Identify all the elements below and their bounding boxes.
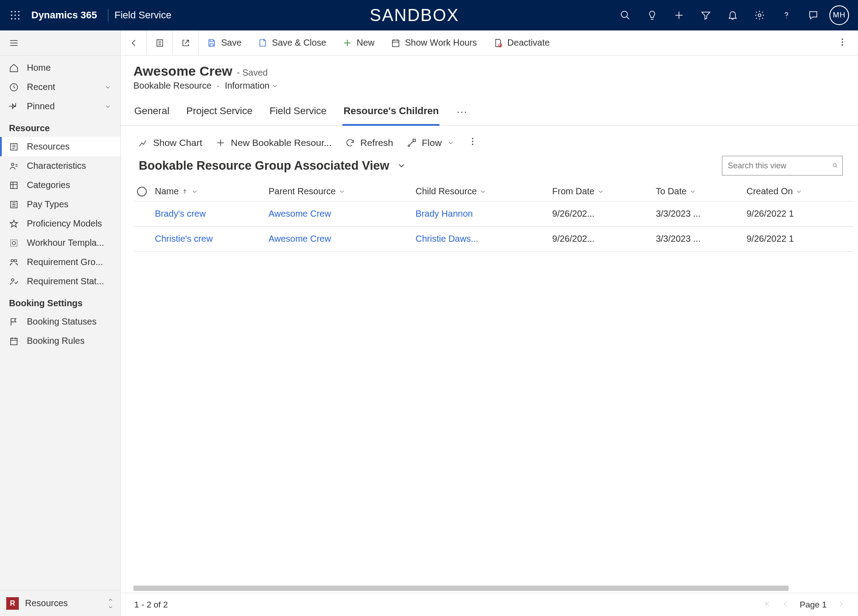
assistant-button[interactable] xyxy=(640,0,665,30)
search-input[interactable] xyxy=(727,161,832,171)
popout-button[interactable] xyxy=(173,30,199,55)
new-bookable-resource-button[interactable]: New Bookable Resour... xyxy=(216,137,332,148)
svg-point-20 xyxy=(12,163,14,166)
nav-recent[interactable]: Recent xyxy=(0,77,120,97)
svg-point-24 xyxy=(12,241,15,244)
horizontal-scrollbar[interactable] xyxy=(133,586,845,591)
show-work-hours-button[interactable]: Show Work Hours xyxy=(383,30,485,55)
tab-project-service[interactable]: Project Service xyxy=(185,101,253,126)
area-switcher[interactable]: R Resources xyxy=(0,590,120,616)
nav-home[interactable]: Home xyxy=(0,58,120,77)
separator: · xyxy=(217,81,220,91)
grid-footer: 1 - 2 of 2 Page 1 xyxy=(121,593,858,616)
nav-pinned[interactable]: Pinned xyxy=(0,97,120,116)
user-avatar[interactable]: MH xyxy=(829,5,849,25)
cell-to: 3/3/2023 ... xyxy=(652,227,743,252)
svg-point-1 xyxy=(14,11,16,12)
view-header: Bookable Resource Group Associated View xyxy=(121,153,858,182)
refresh-label: Refresh xyxy=(360,137,393,148)
cell-child[interactable]: Brady Hannon xyxy=(412,201,549,227)
nav-workhour-templates[interactable]: Workhour Templa... xyxy=(0,233,120,252)
paytypes-icon xyxy=(9,200,19,210)
chevron-down-icon xyxy=(447,139,454,146)
nav-booking-statuses[interactable]: Booking Statuses xyxy=(0,312,120,331)
new-button[interactable]: New xyxy=(334,30,383,55)
cell-name[interactable]: Christie's crew xyxy=(151,227,265,252)
view-selector[interactable]: Bookable Resource Group Associated View xyxy=(136,159,406,173)
search-icon[interactable] xyxy=(832,161,838,171)
nav-label: Pinned xyxy=(27,101,55,111)
tabs-overflow[interactable]: ··· xyxy=(455,101,469,125)
subgrid-overflow[interactable] xyxy=(468,137,478,149)
help-button[interactable] xyxy=(774,0,799,30)
add-button[interactable] xyxy=(666,0,692,30)
app-launcher-button[interactable] xyxy=(5,5,25,25)
col-child-resource[interactable]: Child Resource xyxy=(412,182,549,201)
nav-characteristics[interactable]: Characteristics xyxy=(0,156,120,175)
brand-label[interactable]: Dynamics 365 xyxy=(27,9,102,21)
settings-button[interactable] xyxy=(747,0,772,30)
back-button[interactable] xyxy=(121,30,147,55)
svg-point-7 xyxy=(14,18,16,19)
svg-rect-21 xyxy=(11,182,17,188)
tab-resources-children[interactable]: Resource's Children xyxy=(342,101,440,126)
nav-requirement-groups[interactable]: Requirement Gro... xyxy=(0,252,120,272)
command-overflow[interactable] xyxy=(827,37,858,49)
form-selector[interactable]: Information xyxy=(225,81,278,91)
nav-proficiency[interactable]: Proficiency Models xyxy=(0,214,120,233)
refresh-button[interactable]: Refresh xyxy=(345,137,393,148)
select-all-checkbox[interactable] xyxy=(137,187,147,197)
col-parent-resource[interactable]: Parent Resource xyxy=(265,182,412,201)
nav-categories[interactable]: Categories xyxy=(0,175,120,195)
save-button[interactable]: Save xyxy=(199,30,250,55)
notifications-button[interactable] xyxy=(720,0,745,30)
tab-general[interactable]: General xyxy=(133,101,170,126)
flag-icon xyxy=(9,317,19,327)
prev-page-button[interactable] xyxy=(782,600,789,610)
next-page-button[interactable] xyxy=(837,600,845,610)
col-created-on[interactable]: Created On xyxy=(743,182,854,201)
table-row[interactable]: Christie's crewAwesome CrewChristie Daws… xyxy=(133,227,854,252)
col-name[interactable]: Name xyxy=(151,182,265,201)
global-top-bar: Dynamics 365 Field Service SANDBOX MH xyxy=(0,0,858,30)
subgrid-command-bar: Show Chart New Bookable Resour... Refres… xyxy=(121,126,858,153)
col-to-date[interactable]: To Date xyxy=(652,182,743,201)
search-button[interactable] xyxy=(613,0,638,30)
app-name[interactable]: Field Service xyxy=(115,9,180,21)
sidebar-toggle[interactable] xyxy=(0,30,120,56)
deactivate-icon xyxy=(493,38,503,48)
flow-button[interactable]: Flow xyxy=(407,137,454,148)
nav-label: Proficiency Models xyxy=(27,218,102,229)
cell-child[interactable]: Christie Daws... xyxy=(412,227,549,252)
nav-requirement-statuses[interactable]: Requirement Stat... xyxy=(0,272,120,291)
nav-pay-types[interactable]: Pay Types xyxy=(0,195,120,214)
table-row[interactable]: Brady's crewAwesome CrewBrady Hannon9/26… xyxy=(133,201,854,227)
nav-resources[interactable]: Resources xyxy=(0,137,120,156)
tab-label: Resource's Children xyxy=(343,105,439,116)
chat-button[interactable] xyxy=(801,0,826,30)
cell-parent[interactable]: Awesome Crew xyxy=(265,201,412,227)
tab-label: Project Service xyxy=(186,105,252,116)
deactivate-button[interactable]: Deactivate xyxy=(485,30,558,55)
sidebar: Home Recent Pinned Resource Resources Ch… xyxy=(0,30,121,616)
save-close-button[interactable]: Save & Close xyxy=(250,30,334,55)
open-record-set-button[interactable] xyxy=(147,30,173,55)
filter-button[interactable] xyxy=(693,0,718,30)
tab-field-service[interactable]: Field Service xyxy=(269,101,327,126)
cell-name[interactable]: Brady's crew xyxy=(151,201,265,227)
svg-rect-31 xyxy=(210,43,213,46)
chevron-down-icon xyxy=(338,188,346,195)
record-title: Awesome Crew xyxy=(133,64,232,79)
tab-label: Field Service xyxy=(269,105,326,116)
cell-parent[interactable]: Awesome Crew xyxy=(265,227,412,252)
col-label: To Date xyxy=(656,186,687,197)
svg-point-9 xyxy=(621,11,627,17)
show-chart-button[interactable]: Show Chart xyxy=(138,137,202,148)
nav-booking-rules[interactable]: Booking Rules xyxy=(0,331,120,351)
col-from-date[interactable]: From Date xyxy=(549,182,652,201)
svg-rect-34 xyxy=(392,40,399,47)
sort-asc-icon xyxy=(181,188,188,195)
first-page-button[interactable] xyxy=(764,600,771,610)
search-box[interactable] xyxy=(722,156,843,175)
svg-point-5 xyxy=(18,14,19,16)
